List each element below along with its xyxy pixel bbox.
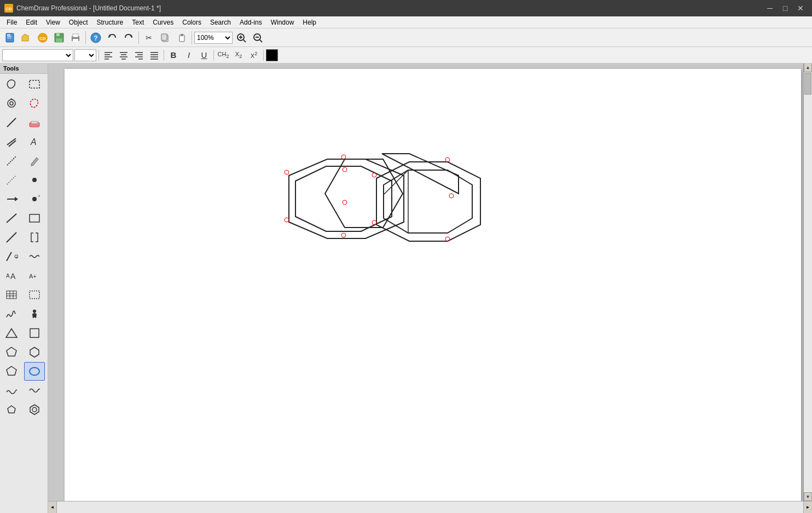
tool-person[interactable] — [24, 305, 45, 323]
tool-arrow[interactable] — [1, 190, 22, 208]
svg-rect-50 — [31, 121, 38, 124]
tool-wave[interactable] — [1, 381, 22, 400]
paste-button[interactable] — [174, 30, 189, 45]
vertical-scrollbar[interactable]: ▲ ▼ — [803, 63, 812, 501]
tool-rect[interactable] — [24, 209, 45, 228]
tool-pentagon-filled[interactable] — [1, 362, 22, 381]
scroll-thumb[interactable] — [804, 73, 811, 95]
svg-marker-81 — [7, 366, 16, 375]
tool-sine[interactable] — [24, 381, 45, 400]
zoom-out-button[interactable] — [250, 30, 265, 45]
tool-table[interactable] — [1, 285, 22, 304]
fmt-sep-2 — [164, 50, 164, 61]
undo-button[interactable] — [105, 30, 120, 45]
underline-button[interactable]: U — [197, 49, 211, 61]
tool-pentagon[interactable] — [1, 343, 22, 362]
separator-2 — [138, 31, 139, 44]
tool-hexagon[interactable] — [24, 343, 45, 362]
tool-rect-select[interactable] — [24, 75, 45, 94]
menu-view[interactable]: View — [42, 18, 65, 27]
menu-search[interactable]: Search — [206, 18, 235, 27]
tool-plus[interactable]: + — [24, 190, 45, 208]
menu-text[interactable]: Text — [127, 18, 148, 27]
menu-colors[interactable]: Colors — [178, 18, 206, 27]
new-button[interactable] — [2, 30, 18, 45]
menu-edit[interactable]: Edit — [21, 18, 42, 27]
open-button[interactable] — [19, 30, 34, 45]
minimize-button[interactable]: ─ — [763, 2, 777, 14]
tool-dotted-rect[interactable] — [24, 285, 45, 304]
print-button[interactable] — [68, 30, 83, 45]
maximize-button[interactable]: □ — [778, 2, 792, 14]
redo-button[interactable] — [121, 30, 136, 45]
zoom-select[interactable]: 100% 50% 75% 150% 200% — [194, 32, 233, 44]
main-toolbar: CD ? ✂ 100% 50% 75% 150% 200% — [0, 28, 812, 47]
tool-atom[interactable] — [24, 171, 45, 189]
font-size-select[interactable] — [74, 49, 96, 61]
tool-text[interactable]: A — [24, 132, 45, 151]
align-right-button[interactable] — [132, 49, 146, 61]
font-family-select[interactable] — [2, 49, 73, 61]
scroll-right-arrow[interactable]: ► — [803, 502, 812, 514]
close-button[interactable]: ✕ — [793, 2, 808, 14]
bottom-bar: ◄ ► — [48, 501, 812, 513]
tool-square-shape[interactable] — [24, 324, 45, 342]
tool-text-resize[interactable]: AA — [1, 266, 22, 285]
tool-lasso[interactable] — [1, 75, 22, 94]
tool-pen[interactable] — [24, 151, 45, 170]
menu-window[interactable]: Window — [266, 18, 299, 27]
menu-file[interactable]: File — [2, 18, 21, 27]
zoom-in-button[interactable] — [234, 30, 249, 45]
tool-dashed-bond[interactable] — [1, 151, 22, 170]
tool-benzene[interactable] — [24, 400, 45, 419]
menubar: File Edit View Object Structure Text Cur… — [0, 16, 812, 28]
tool-diagonal-line[interactable] — [1, 228, 22, 247]
menu-structure[interactable]: Structure — [92, 18, 128, 27]
drawing-canvas[interactable] — [65, 69, 801, 502]
tool-ellipse[interactable] — [24, 362, 45, 381]
align-left-button[interactable] — [101, 49, 115, 61]
help-button[interactable]: ? — [88, 30, 103, 45]
tool-bond[interactable] — [1, 113, 22, 132]
copy-button[interactable] — [158, 30, 173, 45]
tool-bond-tool[interactable]: + — [1, 247, 22, 266]
tool-double-bond[interactable] — [1, 132, 22, 151]
svg-text:?: ? — [94, 34, 97, 42]
scroll-up-arrow[interactable]: ▲ — [804, 63, 812, 72]
tool-bracket[interactable] — [24, 228, 45, 247]
scroll-left-arrow[interactable]: ◄ — [48, 502, 57, 514]
chemdraw-button[interactable]: CD — [35, 30, 50, 45]
tool-hash-bond[interactable] — [1, 171, 22, 189]
main-area: Tools — [0, 63, 812, 513]
tool-eraser[interactable] — [24, 113, 45, 132]
save-button[interactable] — [51, 30, 67, 45]
tool-spectrum[interactable] — [1, 305, 22, 323]
menu-curves[interactable]: Curves — [148, 18, 178, 27]
svg-point-85 — [32, 407, 37, 412]
scroll-down-arrow[interactable]: ▼ — [804, 492, 812, 501]
menu-help[interactable]: Help — [298, 18, 321, 27]
justify-button[interactable] — [147, 49, 161, 61]
tool-straight-line[interactable] — [1, 209, 22, 228]
svg-rect-12 — [73, 34, 78, 37]
svg-line-55 — [7, 176, 16, 184]
menu-addins[interactable]: Add-ins — [235, 18, 266, 27]
bold-button[interactable]: B — [166, 49, 181, 61]
italic-button[interactable]: I — [182, 49, 196, 61]
svg-rect-103 — [449, 194, 454, 198]
tool-small-pentagon[interactable] — [1, 400, 22, 419]
menu-object[interactable]: Object — [65, 18, 92, 27]
align-center-button[interactable] — [117, 49, 131, 61]
tool-dotted-lasso[interactable] — [24, 94, 45, 113]
cut-button[interactable]: ✂ — [141, 30, 156, 45]
tool-atom-map[interactable]: A+ — [24, 266, 45, 285]
subscript-ch2-button[interactable]: CH2 — [216, 49, 230, 61]
window-controls: ─ □ ✕ — [763, 2, 808, 14]
svg-rect-21 — [181, 34, 183, 36]
color-picker[interactable] — [266, 49, 278, 61]
tool-triangle[interactable] — [1, 324, 22, 342]
subscript-button[interactable]: X2 — [231, 49, 246, 61]
tool-rotate[interactable] — [1, 94, 22, 113]
tool-wavy-line[interactable] — [24, 247, 45, 266]
superscript-button[interactable]: X2 — [247, 49, 261, 61]
